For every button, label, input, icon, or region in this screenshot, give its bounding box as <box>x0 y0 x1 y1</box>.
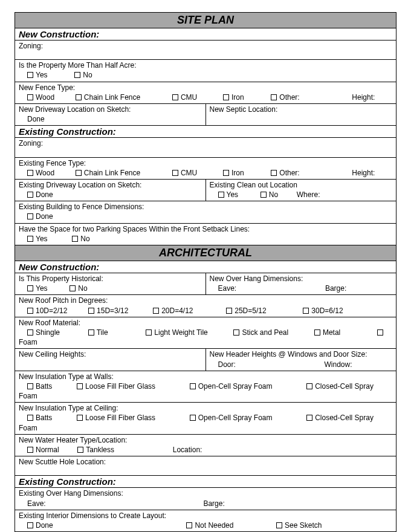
label-existing-fence: Existing Fence Type: <box>19 159 86 167</box>
row-water-heater: New Water Heater Type/Location: Normal T… <box>15 434 396 456</box>
checkbox-ex-wood[interactable] <box>27 170 33 176</box>
checkbox-pitch-10d[interactable] <box>27 308 33 314</box>
checkbox-cleanout-no[interactable] <box>261 192 267 198</box>
label-walls-loose: Loose Fill Fiber Glass <box>85 382 155 391</box>
checkbox-other[interactable] <box>271 94 277 100</box>
checkbox-hist-yes[interactable] <box>27 285 33 291</box>
checkbox-ex-cmu[interactable] <box>172 170 178 176</box>
checkbox-walls-closed[interactable] <box>306 383 312 389</box>
row-existing-fence: Existing Fence Type: Wood Chain Link Fen… <box>15 157 396 179</box>
checkbox-ceil-open[interactable] <box>190 415 196 421</box>
checkbox-walls-open[interactable] <box>190 383 196 389</box>
row-ex-interior: Existing Interior Dimensions to Create L… <box>15 510 396 531</box>
label-walls-batts: Batts <box>36 382 52 391</box>
checkbox-heater-tankless[interactable] <box>77 447 83 453</box>
checkbox-foam[interactable] <box>377 329 383 336</box>
checkbox-iron[interactable] <box>223 94 229 100</box>
checkbox-ex-other[interactable] <box>271 170 277 176</box>
label-cleanout-no: No <box>269 190 278 199</box>
label-stick: Stick and Peal <box>242 328 288 337</box>
row-roof-material: New Roof Material: Shingle Tile Light We… <box>15 317 396 349</box>
label-scuttle: New Scuttle Hole Location: <box>19 458 106 466</box>
checkbox-cmu[interactable] <box>172 94 178 100</box>
checkbox-ceil-batts[interactable] <box>27 415 33 421</box>
checkbox-cleanout-yes[interactable] <box>218 192 224 198</box>
label-ex-wood: Wood <box>36 169 54 177</box>
label-bf-done: Done <box>36 212 53 221</box>
row-existing-zoning: Zoning: <box>15 138 396 157</box>
label-ex-cmu: CMU <box>181 169 197 177</box>
label-iron: Iron <box>231 93 244 102</box>
label-ceil-loose: Loose Fill Fiber Glass <box>85 414 155 422</box>
checkbox-walls-loose[interactable] <box>77 383 83 389</box>
label-roof-material: New Roof Material: <box>19 319 80 327</box>
checkbox-ceil-loose[interactable] <box>77 415 83 421</box>
checkbox-pitch-20d[interactable] <box>153 308 159 314</box>
label-height: Height: <box>352 93 375 102</box>
checkbox-tile[interactable] <box>88 329 94 336</box>
label-parking-yes: Yes <box>36 235 48 243</box>
cell-new-driveway: New Driveway Location on Sketch: Done <box>15 104 206 125</box>
row-insulation-ceiling: New Insulation Type at Ceiling: Batts Lo… <box>15 403 396 435</box>
label-heater-normal: Normal <box>36 446 59 454</box>
label-wood: Wood <box>36 93 54 102</box>
checkbox-pitch-25d[interactable] <box>226 308 232 314</box>
label-int-not-needed: Not Needed <box>195 521 233 530</box>
label-new-driveway: New Driveway Location on Sketch: <box>19 105 131 114</box>
label-roof-pitch: New Roof Pitch in Degrees: <box>19 296 108 305</box>
checkbox-parking-yes[interactable] <box>27 236 33 242</box>
checkbox-int-see-sketch[interactable] <box>276 522 282 528</box>
label-foam: Foam <box>19 338 37 346</box>
checkbox-pitch-30d[interactable] <box>303 308 309 314</box>
cell-ceiling-heights: New Ceiling Heights: <box>15 349 206 370</box>
checkbox-chain[interactable] <box>76 94 82 100</box>
checkbox-int-not-needed[interactable] <box>186 522 192 528</box>
label-ceil-batts: Batts <box>36 414 52 422</box>
label-heater-tankless: Tankless <box>86 446 114 454</box>
checkbox-heater-normal[interactable] <box>27 447 33 453</box>
label-other: Other: <box>279 93 299 102</box>
row-new-fence: New Fence Type: Wood Chain Link Fence CM… <box>15 82 396 103</box>
section-site-plan: SITE PLAN <box>15 13 396 28</box>
label-ex-done: Done <box>36 190 53 199</box>
label-pitch-30d: 30D=6/12 <box>311 307 343 315</box>
label-walls-closed: Closed-Cell Spray Foam <box>19 382 374 400</box>
label-barge: Barge: <box>325 284 346 293</box>
label-overhang: New Over Hang Dimensions: <box>210 274 303 283</box>
checkbox-parking-no[interactable] <box>72 236 78 242</box>
checkbox-walls-batts[interactable] <box>27 383 33 389</box>
label-heater-location: Location: <box>173 446 202 454</box>
checkbox-int-done[interactable] <box>27 522 33 528</box>
row-half-acre: Is the Property More Than Half Acre: Yes… <box>15 60 396 82</box>
checkbox-ex-driveway-done[interactable] <box>27 192 33 198</box>
checkbox-hist-no[interactable] <box>70 285 76 291</box>
label-eave: Eave: <box>210 284 237 293</box>
label-pitch-25d: 25D=5/12 <box>235 307 266 315</box>
checkbox-bf-done[interactable] <box>27 213 33 219</box>
section-architectural: ARCHITECTURAL <box>15 245 396 261</box>
cell-cleanout: Existing Clean out Location Yes No Where… <box>206 180 396 201</box>
checkbox-ex-iron[interactable] <box>223 170 229 176</box>
checkbox-ceil-closed[interactable] <box>306 415 312 421</box>
label-pitch-15d: 15D=3/12 <box>97 307 128 315</box>
label-zoning: Zoning: <box>19 42 43 50</box>
cell-new-septic: New Septic Location: <box>206 104 396 125</box>
label-pitch-20d: 20D=4/12 <box>161 307 193 315</box>
checkbox-shingle[interactable] <box>27 329 33 336</box>
label-int-done: Done <box>36 521 53 530</box>
label-water-heater: New Water Heater Type/Location: <box>19 436 127 444</box>
checkbox-half-acre-yes[interactable] <box>27 72 33 78</box>
checkbox-lwt[interactable] <box>146 329 152 336</box>
cell-ex-driveway: Existing Driveway Location on Sketch: Do… <box>15 180 206 201</box>
label-ex-barge: Barge: <box>203 499 224 508</box>
checkbox-wood[interactable] <box>27 94 33 100</box>
checkbox-ex-chain[interactable] <box>76 170 82 176</box>
checkbox-pitch-15d[interactable] <box>88 308 94 314</box>
label-ex-iron: Iron <box>231 169 244 177</box>
checkbox-metal[interactable] <box>314 329 320 336</box>
label-building-fence: Existing Building to Fence Dimensions: <box>19 203 144 211</box>
checkbox-half-acre-no[interactable] <box>74 72 80 78</box>
label-new-fence: New Fence Type: <box>19 83 75 92</box>
row-insulation-walls: New Insulation Type at Walls: Batts Loos… <box>15 371 396 403</box>
checkbox-stick[interactable] <box>233 329 239 336</box>
